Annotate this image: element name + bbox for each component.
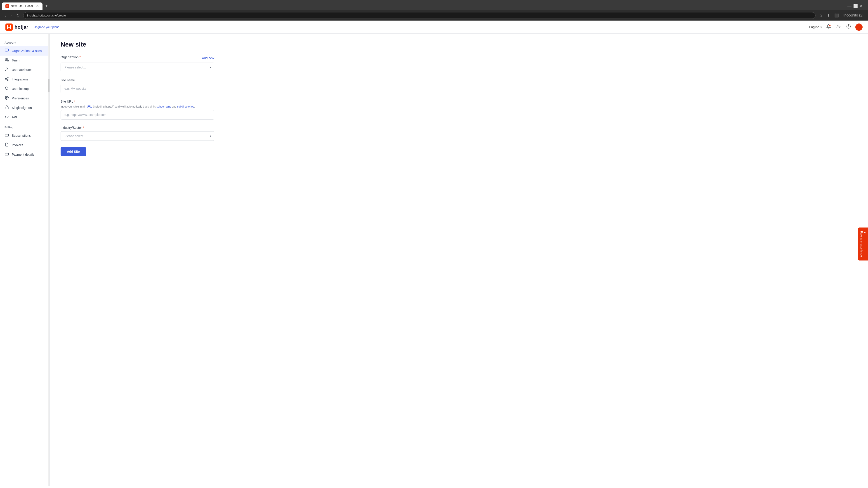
rate-experience-label: ★ Rate your experience: [860, 231, 866, 257]
organization-form-group: Organization * Add new Please select... …: [61, 55, 214, 72]
svg-line-13: [6, 79, 7, 80]
sidebar-item-invoices[interactable]: Invoices: [0, 140, 50, 150]
incognito-label: Incognito (2): [843, 13, 864, 17]
bookmark-button[interactable]: ☆: [818, 12, 823, 19]
sidebar-item-user-lookup[interactable]: User lookup: [0, 84, 50, 94]
user-lookup-icon: [4, 86, 9, 91]
sidebar-item-label-invoices: Invoices: [12, 143, 23, 147]
notifications-button[interactable]: [826, 23, 832, 31]
tab-favicon: H: [5, 4, 9, 8]
maximize-button[interactable]: ⬜: [853, 4, 858, 8]
incognito-button[interactable]: Incognito (2): [842, 12, 864, 18]
page-title: New site: [61, 41, 857, 48]
sidebar: Account Organizations & sites: [0, 34, 50, 486]
sidebar-item-label-organizations-sites: Organizations & sites: [12, 49, 41, 53]
upgrade-link[interactable]: Upgrade your plans: [34, 25, 59, 29]
sidebar-item-label-subscriptions: Subscriptions: [12, 134, 31, 137]
svg-rect-7: [5, 49, 8, 51]
sidebar-item-label-api: API: [12, 116, 17, 119]
site-url-input[interactable]: [61, 110, 214, 120]
add-site-button[interactable]: Add Site: [61, 147, 86, 156]
site-url-form-group: Site URL * Input your site's main URL (i…: [61, 100, 214, 120]
svg-point-2: [837, 25, 839, 26]
logo-text: hotjar: [14, 24, 28, 30]
logo: hotjar: [5, 24, 28, 31]
address-bar[interactable]: insights.hotjar.com/site/create: [23, 12, 815, 19]
svg-rect-19: [5, 134, 8, 136]
sidebar-item-user-attributes[interactable]: User attributes: [0, 65, 50, 74]
svg-line-16: [7, 89, 8, 90]
back-button[interactable]: ‹: [4, 12, 7, 19]
industry-required: *: [83, 126, 84, 129]
svg-rect-18: [5, 107, 8, 109]
minimize-button[interactable]: —: [847, 4, 851, 8]
organization-select[interactable]: Please select...: [61, 63, 214, 72]
reload-button[interactable]: ↻: [16, 12, 21, 19]
site-url-label: Site URL *: [61, 100, 214, 103]
add-user-button[interactable]: [835, 23, 842, 31]
svg-point-11: [5, 78, 6, 79]
download-button[interactable]: ⬇: [826, 12, 831, 19]
logo-icon: [5, 24, 13, 31]
help-button[interactable]: [845, 23, 852, 31]
new-tab-button[interactable]: +: [43, 2, 50, 9]
organizations-sites-icon: [4, 48, 9, 53]
organization-select-wrapper: Please select... ▾: [61, 63, 214, 72]
industry-select[interactable]: Please select...: [61, 131, 214, 141]
sidebar-item-label-user-lookup: User lookup: [12, 87, 29, 91]
api-icon: [4, 115, 9, 120]
tab-close-button[interactable]: ✕: [36, 4, 39, 8]
sidebar-item-payment-details[interactable]: Payment details: [0, 150, 50, 159]
site-name-form-group: Site name: [61, 78, 214, 93]
svg-point-9: [6, 68, 7, 69]
sidebar-item-label-integrations: Integrations: [12, 77, 28, 81]
industry-form-group: Industry/Sector * Please select... ▾: [61, 126, 214, 141]
preferences-icon: [4, 96, 9, 101]
url-link[interactable]: URL: [87, 105, 92, 108]
sidebar-item-label-preferences: Preferences: [12, 96, 29, 100]
app-header: hotjar Upgrade your plans English ▾: [0, 21, 868, 34]
sidebar-item-single-sign-on[interactable]: Single sign-on: [0, 103, 50, 112]
extensions-button[interactable]: ⬛: [833, 12, 840, 19]
user-attributes-icon: [4, 67, 9, 72]
forward-button[interactable]: ›: [9, 12, 13, 19]
svg-point-15: [5, 87, 8, 90]
site-name-input[interactable]: [61, 84, 214, 93]
sidebar-item-team[interactable]: Team: [0, 56, 50, 65]
sidebar-item-organizations-sites[interactable]: Organizations & sites: [0, 46, 50, 56]
rate-experience-button[interactable]: ★ Rate your experience: [858, 228, 868, 260]
svg-point-1: [829, 25, 831, 26]
sidebar-item-subscriptions[interactable]: Subscriptions: [0, 131, 50, 140]
site-name-label: Site name: [61, 78, 214, 82]
avatar[interactable]: [855, 24, 863, 31]
browser-tab[interactable]: H New Site - Hotjar ✕: [2, 2, 42, 10]
team-icon: [4, 58, 9, 63]
svg-point-12: [7, 79, 8, 80]
tab-title: New Site - Hotjar: [11, 4, 33, 8]
subdomains-link[interactable]: subdomains: [156, 105, 171, 108]
sidebar-item-label-payment-details: Payment details: [12, 153, 34, 156]
subdirectories-link[interactable]: subdirectories: [177, 105, 194, 108]
organization-label: Organization *: [61, 55, 81, 59]
sidebar-item-integrations[interactable]: Integrations: [0, 74, 50, 84]
sidebar-item-label-user-attributes: User attributes: [12, 68, 32, 72]
new-site-form: Organization * Add new Please select... …: [61, 55, 214, 156]
svg-rect-21: [5, 153, 8, 156]
svg-point-10: [7, 77, 8, 78]
site-url-required: *: [74, 100, 75, 103]
sidebar-item-label-team: Team: [12, 59, 20, 62]
organization-required: *: [79, 55, 81, 59]
url-text: insights.hotjar.com/site/create: [27, 14, 66, 17]
sidebar-item-api[interactable]: API: [0, 112, 50, 122]
language-dropdown-icon: ▾: [820, 25, 822, 29]
single-sign-on-icon: [4, 105, 9, 110]
language-label: English: [809, 25, 819, 29]
site-url-hint: Input your site's main URL (including ht…: [61, 105, 214, 108]
industry-select-wrapper: Please select... ▾: [61, 131, 214, 141]
language-selector[interactable]: English ▾: [809, 25, 822, 29]
add-new-organization-link[interactable]: Add new: [202, 56, 214, 60]
billing-section-label: Billing: [0, 124, 50, 131]
close-window-button[interactable]: ✕: [860, 4, 863, 8]
sidebar-item-preferences[interactable]: Preferences: [0, 94, 50, 103]
account-section-label: Account: [0, 39, 50, 46]
